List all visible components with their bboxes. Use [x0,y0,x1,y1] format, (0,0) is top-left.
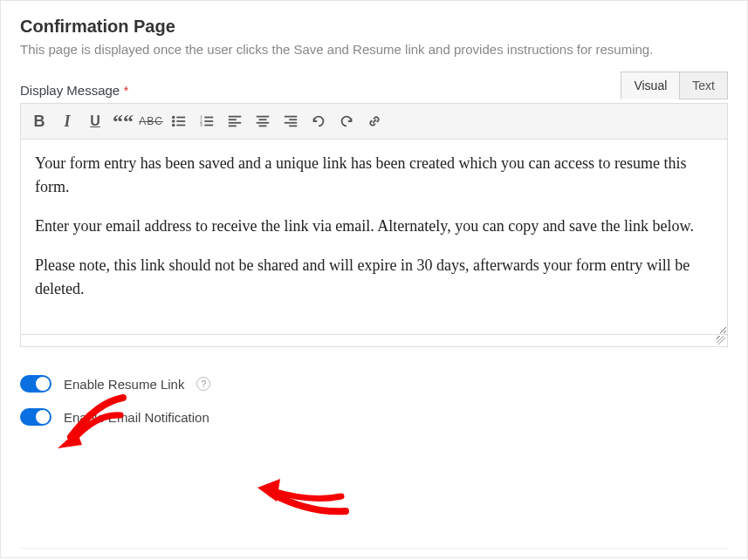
confirmation-page-panel: Confirmation Page This page is displayed… [0,0,748,558]
rich-text-editor: Visual Text B I U ““ ABC 123 [20,103,728,347]
enable-email-notification-label: Enable Email Notification [64,410,209,425]
svg-point-4 [173,125,175,126]
svg-point-2 [173,120,175,122]
section-description: This page is displayed once the user cli… [20,40,728,58]
enable-email-notification-toggle[interactable] [20,408,51,426]
section-title: Confirmation Page [20,17,728,37]
editor-mode-tabs: Visual Text [621,72,728,99]
editor-paragraph: Please note, this link should not be sha… [35,254,713,301]
enable-resume-link-label: Enable Resume Link [64,377,184,392]
svg-marker-25 [257,479,280,502]
align-left-button[interactable] [222,108,248,134]
svg-marker-24 [58,431,82,448]
underline-button[interactable]: U [82,108,108,134]
undo-button[interactable] [305,108,332,134]
redo-button[interactable] [333,108,360,134]
editor-paragraph: Enter your email address to receive the … [35,215,713,238]
blockquote-button[interactable]: ““ [110,108,136,134]
italic-button[interactable]: I [54,108,80,134]
required-marker: * [123,83,128,98]
bold-button[interactable]: B [26,108,52,134]
editor-content-area[interactable]: Your form entry has been saved and a uni… [20,140,728,335]
tab-visual[interactable]: Visual [621,72,680,99]
strikethrough-button[interactable]: ABC [138,108,164,134]
numbered-list-button[interactable]: 123 [194,108,220,134]
toggle-options: Enable Resume Link ? Enable Email Notifi… [20,375,728,426]
align-center-button[interactable] [250,108,276,134]
tab-text[interactable]: Text [679,72,728,99]
help-icon[interactable]: ? [196,377,210,391]
enable-resume-link-toggle[interactable] [20,375,51,393]
svg-point-0 [173,117,175,119]
bullet-list-button[interactable] [166,108,192,134]
enable-email-notification-row: Enable Email Notification [20,408,728,426]
editor-resize-handle[interactable] [20,335,728,347]
editor-toolbar: B I U ““ ABC 123 [20,103,728,140]
svg-text:3: 3 [200,122,202,127]
align-right-button[interactable] [278,108,304,134]
field-label-text: Display Message [20,83,120,98]
editor-paragraph: Your form entry has been saved and a uni… [35,152,713,199]
annotation-arrow-icon [254,472,350,520]
divider [20,548,728,549]
link-button[interactable] [361,108,388,134]
enable-resume-link-row: Enable Resume Link ? [20,375,728,393]
